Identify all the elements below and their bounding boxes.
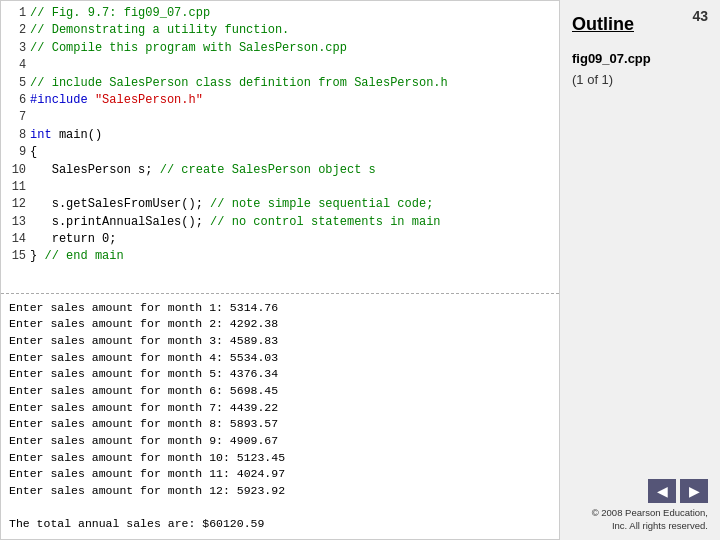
table-row: 3// Compile this program with SalesPerso…: [3, 40, 557, 57]
line-content: // include SalesPerson class definition …: [28, 75, 557, 92]
output-line: Enter sales amount for month 10: 5123.45: [9, 450, 551, 467]
table-row: 1// Fig. 9.7: fig09_07.cpp: [3, 5, 557, 22]
table-row: 6#include "SalesPerson.h": [3, 92, 557, 109]
filename: fig09_07.cpp: [572, 51, 708, 66]
line-number: 2: [3, 22, 28, 39]
code-table: 1// Fig. 9.7: fig09_07.cpp2// Demonstrat…: [3, 5, 557, 266]
output-line: Enter sales amount for month 1: 5314.76: [9, 300, 551, 317]
copyright: © 2008 Pearson Education,Inc. All rights…: [572, 507, 708, 532]
line-content: return 0;: [28, 231, 557, 248]
next-icon: ▶: [689, 483, 700, 499]
output-line: Enter sales amount for month 6: 5698.45: [9, 383, 551, 400]
output-line: Enter sales amount for month 5: 4376.34: [9, 366, 551, 383]
table-row: 9{: [3, 144, 557, 161]
line-number: 13: [3, 214, 28, 231]
table-row: 4: [3, 57, 557, 74]
line-content: } // end main: [28, 248, 557, 265]
table-row: 2// Demonstrating a utility function.: [3, 22, 557, 39]
outline-title: Outline: [572, 14, 708, 35]
table-row: 15} // end main: [3, 248, 557, 265]
code-area: 1// Fig. 9.7: fig09_07.cpp2// Demonstrat…: [1, 1, 559, 293]
output-line: Enter sales amount for month 12: 5923.92: [9, 483, 551, 500]
prev-button[interactable]: ◀: [648, 479, 676, 503]
line-number: 14: [3, 231, 28, 248]
line-content: s.getSalesFromUser(); // note simple seq…: [28, 196, 557, 213]
line-number: 7: [3, 109, 28, 126]
line-number: 11: [3, 179, 28, 196]
table-row: 12 s.getSalesFromUser(); // note simple …: [3, 196, 557, 213]
table-row: 10 SalesPerson s; // create SalesPerson …: [3, 162, 557, 179]
sidebar: 43 Outline fig09_07.cpp (1 of 1) ◀ ▶ © 2…: [560, 0, 720, 540]
table-row: 8int main(): [3, 127, 557, 144]
output-line: Enter sales amount for month 9: 4909.67: [9, 433, 551, 450]
output-area: Enter sales amount for month 1: 5314.76E…: [1, 293, 559, 539]
line-content: // Compile this program with SalesPerson…: [28, 40, 557, 57]
output-line: Enter sales amount for month 11: 4024.97: [9, 466, 551, 483]
output-line: Enter sales amount for month 7: 4439.22: [9, 400, 551, 417]
main-container: 1// Fig. 9.7: fig09_07.cpp2// Demonstrat…: [0, 0, 720, 540]
line-number: 5: [3, 75, 28, 92]
table-row: 5// include SalesPerson class definition…: [3, 75, 557, 92]
table-row: 14 return 0;: [3, 231, 557, 248]
line-content: [28, 109, 557, 126]
code-panel: 1// Fig. 9.7: fig09_07.cpp2// Demonstrat…: [0, 0, 560, 540]
table-row: 11: [3, 179, 557, 196]
table-row: 13 s.printAnnualSales(); // no control s…: [3, 214, 557, 231]
line-number: 1: [3, 5, 28, 22]
output-line: [9, 500, 551, 517]
line-number: 10: [3, 162, 28, 179]
output-line: Enter sales amount for month 8: 5893.57: [9, 416, 551, 433]
output-line: The total annual sales are: $60120.59: [9, 516, 551, 533]
output-line: Enter sales amount for month 4: 5534.03: [9, 350, 551, 367]
prev-icon: ◀: [657, 483, 668, 499]
line-content: int main(): [28, 127, 557, 144]
line-number: 4: [3, 57, 28, 74]
line-content: // Fig. 9.7: fig09_07.cpp: [28, 5, 557, 22]
nav-buttons: ◀ ▶: [572, 471, 708, 503]
line-content: s.printAnnualSales(); // no control stat…: [28, 214, 557, 231]
line-number: 9: [3, 144, 28, 161]
line-content: [28, 57, 557, 74]
page-info: (1 of 1): [572, 72, 708, 87]
page-number: 43: [692, 8, 708, 24]
line-number: 15: [3, 248, 28, 265]
line-number: 6: [3, 92, 28, 109]
line-content: {: [28, 144, 557, 161]
next-button[interactable]: ▶: [680, 479, 708, 503]
line-content: // Demonstrating a utility function.: [28, 22, 557, 39]
line-content: SalesPerson s; // create SalesPerson obj…: [28, 162, 557, 179]
line-number: 3: [3, 40, 28, 57]
line-number: 12: [3, 196, 28, 213]
output-line: Enter sales amount for month 2: 4292.38: [9, 316, 551, 333]
line-content: #include "SalesPerson.h": [28, 92, 557, 109]
table-row: 7: [3, 109, 557, 126]
line-number: 8: [3, 127, 28, 144]
line-content: [28, 179, 557, 196]
output-line: Enter sales amount for month 3: 4589.83: [9, 333, 551, 350]
